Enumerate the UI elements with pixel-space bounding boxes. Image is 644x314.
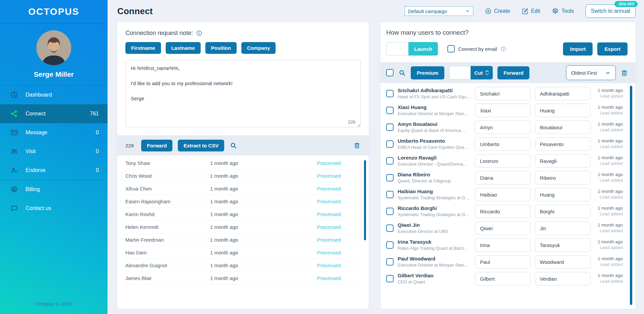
first-name-input[interactable] <box>475 137 531 151</box>
user-info[interactable]: Haibiao Huang Systematic Trading Strateg… <box>398 188 471 201</box>
last-name-input[interactable] <box>535 221 591 235</box>
last-name-input[interactable] <box>535 120 591 134</box>
sent-row[interactable]: Hao Dam 1 month ago Processed <box>125 246 361 259</box>
sent-row[interactable]: Martin Freedman 1 month ago Processed <box>125 234 361 246</box>
import-button[interactable]: Import <box>563 42 593 56</box>
last-name-input[interactable] <box>535 238 591 252</box>
note-textarea[interactable] <box>125 60 361 127</box>
sent-row[interactable]: Alexandre Guignot 1 month ago Processed <box>125 259 361 272</box>
trash-icon[interactable] <box>353 142 361 149</box>
variable-button[interactable]: Firstname <box>125 42 161 54</box>
user-info[interactable]: Riccardo Borghi Systematic Trading Strat… <box>398 205 471 217</box>
forward-button[interactable]: Forward <box>497 66 529 79</box>
export-button[interactable]: Export <box>597 42 628 56</box>
sidebar-item-contact-us[interactable]: Contact us <box>0 199 108 218</box>
sidebar-item-visit[interactable]: Visit 0 <box>0 142 108 161</box>
last-name-input[interactable] <box>535 188 591 201</box>
campaign-select[interactable]: Default campaign <box>405 6 473 16</box>
user-checkbox[interactable] <box>386 124 394 131</box>
user-info[interactable]: Amyn Boualaoui Equity Quant at Bank of A… <box>398 121 471 133</box>
user-info[interactable]: Irina Tarasyuk Rates Algo Trading Quant … <box>398 239 471 251</box>
last-name-input[interactable] <box>535 137 591 151</box>
create-button[interactable]: Create <box>485 8 510 15</box>
select-all-checkbox[interactable] <box>386 69 394 76</box>
search-icon[interactable] <box>230 142 237 149</box>
launch-button[interactable]: Launch <box>408 42 438 56</box>
last-name-input[interactable] <box>535 87 591 100</box>
first-name-input[interactable] <box>475 120 531 134</box>
last-name-input[interactable] <box>535 205 591 218</box>
scrollbar-thumb[interactable] <box>364 160 366 240</box>
user-info[interactable]: Qiwei Jin Executive Director at UBS <box>398 222 471 234</box>
last-name-input[interactable] <box>535 171 591 184</box>
tools-button[interactable]: Tools <box>552 7 574 15</box>
sidebar-item-dashboard[interactable]: Dashboard <box>0 85 108 104</box>
search-icon[interactable] <box>398 69 406 77</box>
extract-to-csv-button[interactable]: Extract to CSV <box>178 140 224 151</box>
first-name-input[interactable] <box>475 221 531 235</box>
sent-row[interactable]: Helen Kemmitt 1 month ago Processed <box>125 221 361 234</box>
premium-button[interactable]: Premium <box>411 66 444 79</box>
sent-row[interactable]: Easen Rajasingham 1 month ago Processed <box>125 195 361 208</box>
first-name-input[interactable] <box>475 188 531 201</box>
user-checkbox[interactable] <box>386 107 394 114</box>
sent-row[interactable]: Chris Wood 1 month ago Processed <box>125 170 361 182</box>
first-name-input[interactable] <box>475 171 531 184</box>
user-checkbox[interactable] <box>386 224 394 232</box>
variable-button[interactable]: Company <box>241 42 276 54</box>
user-checkbox[interactable] <box>386 241 394 249</box>
sent-time: 1 month ago <box>210 224 317 230</box>
first-name-input[interactable] <box>475 238 531 252</box>
user-info[interactable]: Diana Ribeiro Quant, Director at Citigro… <box>398 172 471 184</box>
variable-button[interactable]: Lastname <box>166 42 201 54</box>
user-info[interactable]: Paul Woodward Executive Director at Morg… <box>398 256 471 268</box>
variable-button[interactable]: Position <box>205 42 237 54</box>
forward-button[interactable]: Forward <box>141 140 172 151</box>
user-info[interactable]: Xiaxi Huang Executive Director at Morgan… <box>398 104 471 116</box>
sent-row[interactable]: Xihua Chen 1 month ago Processed <box>125 182 361 195</box>
trash-icon[interactable] <box>620 69 628 77</box>
user-checkbox[interactable] <box>386 258 394 266</box>
sidebar-item-endorse[interactable]: Endorse 0 <box>0 161 108 180</box>
scrollbar-thumb[interactable] <box>630 86 632 305</box>
sidebar-item-billing[interactable]: Billing <box>0 180 108 199</box>
info-icon[interactable] <box>196 30 202 36</box>
edit-button[interactable]: Edit <box>522 8 540 15</box>
connect-by-email-checkbox[interactable] <box>447 45 455 53</box>
user-info[interactable]: Gilbert Verdian CEO at Quant <box>398 273 471 285</box>
first-name-input[interactable] <box>475 205 531 218</box>
user-info[interactable]: Umberto Pesavento EMEA Head of Cash Equi… <box>398 138 471 150</box>
lead-time: 1 month ago <box>598 256 623 262</box>
sent-row[interactable]: Tony Shaw 1 month ago Processed <box>125 157 361 170</box>
user-info[interactable]: Lorenzo Ravagli Executive Director - Qua… <box>398 155 471 167</box>
last-name-input[interactable] <box>535 154 591 168</box>
switch-to-annual-button[interactable]: Switch to annual -35% OFF <box>586 4 636 18</box>
user-checkbox[interactable] <box>386 191 394 198</box>
user-checkbox[interactable] <box>386 174 394 181</box>
first-name-input[interactable] <box>475 272 531 285</box>
user-checkbox[interactable] <box>386 157 394 165</box>
first-name-input[interactable] <box>475 255 531 269</box>
users-count-input[interactable] <box>386 42 408 56</box>
sent-row[interactable]: Karim Roshd 1 month ago Processed <box>125 208 361 221</box>
sort-select[interactable]: Oldest First <box>566 65 616 80</box>
stepper-icons <box>485 70 489 75</box>
first-name-input[interactable] <box>475 87 531 100</box>
user-row: Diana Ribeiro Quant, Director at Citigro… <box>386 169 629 186</box>
user-checkbox[interactable] <box>386 90 394 97</box>
last-name-input[interactable] <box>535 104 591 117</box>
user-checkbox[interactable] <box>386 275 394 282</box>
sent-row[interactable]: James Blair 1 month ago Processed <box>125 272 361 285</box>
user-info[interactable]: Srichakri Adhikarapatti Head of FX Spot … <box>398 88 471 100</box>
cut-count-input[interactable] <box>449 66 471 79</box>
first-name-input[interactable] <box>475 154 531 168</box>
first-name-input[interactable] <box>475 104 531 117</box>
cut-button[interactable]: Cut <box>471 66 493 79</box>
user-checkbox[interactable] <box>386 140 394 148</box>
info-icon[interactable] <box>500 46 506 52</box>
last-name-input[interactable] <box>535 255 591 269</box>
sidebar-item-message[interactable]: Message 0 <box>0 123 108 142</box>
user-checkbox[interactable] <box>386 208 394 215</box>
last-name-input[interactable] <box>535 272 591 285</box>
sidebar-item-connect[interactable]: Connect 761 <box>0 104 108 123</box>
